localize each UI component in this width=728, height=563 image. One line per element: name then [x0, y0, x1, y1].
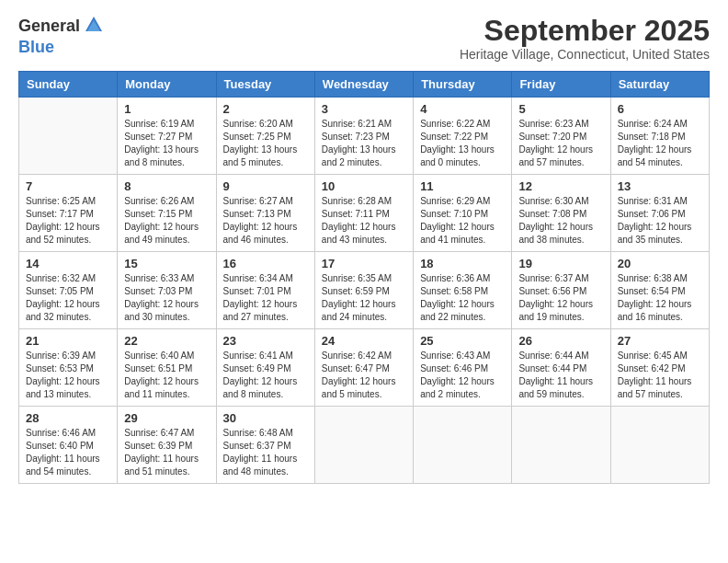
calendar-cell: 3 Sunrise: 6:21 AM Sunset: 7:23 PM Dayli…	[314, 98, 413, 175]
day-info: Sunrise: 6:31 AM Sunset: 7:06 PM Dayligh…	[618, 195, 702, 247]
day-number: 16	[223, 257, 308, 270]
day-info: Sunrise: 6:42 AM Sunset: 6:47 PM Dayligh…	[322, 350, 406, 401]
sunset-text: Sunset: 7:27 PM	[124, 132, 192, 142]
sunrise-text: Sunrise: 6:30 AM	[518, 196, 588, 206]
daylight-text: Daylight: 12 hours and 19 minutes.	[518, 299, 593, 322]
day-info: Sunrise: 6:32 AM Sunset: 7:05 PM Dayligh…	[26, 272, 110, 324]
calendar-cell: 13 Sunrise: 6:31 AM Sunset: 7:06 PM Dayl…	[610, 175, 709, 252]
sunset-text: Sunset: 6:42 PM	[618, 363, 686, 373]
daylight-text: Daylight: 12 hours and 13 minutes.	[26, 376, 100, 399]
sunrise-text: Sunrise: 6:46 AM	[26, 428, 96, 438]
sunrise-text: Sunrise: 6:22 AM	[420, 119, 490, 129]
day-number: 27	[618, 334, 702, 348]
sunrise-text: Sunrise: 6:41 AM	[223, 350, 293, 361]
sunrise-text: Sunrise: 6:28 AM	[322, 196, 392, 206]
sunset-text: Sunset: 6:40 PM	[26, 441, 94, 451]
daylight-text: Daylight: 12 hours and 2 minutes.	[420, 376, 495, 399]
day-info: Sunrise: 6:21 AM Sunset: 7:23 PM Dayligh…	[322, 118, 406, 169]
sunrise-text: Sunrise: 6:25 AM	[26, 196, 96, 206]
logo-blue-text: Blue	[18, 38, 54, 56]
day-number: 6	[618, 102, 702, 116]
logo-icon	[84, 15, 104, 39]
day-number: 10	[322, 179, 406, 193]
calendar-cell: 26 Sunrise: 6:44 AM Sunset: 6:44 PM Dayl…	[512, 329, 610, 407]
sunset-text: Sunset: 7:17 PM	[26, 209, 94, 219]
day-info: Sunrise: 6:38 AM Sunset: 6:54 PM Dayligh…	[618, 272, 702, 324]
daylight-text: Daylight: 11 hours and 51 minutes.	[124, 454, 199, 477]
calendar-cell: 15 Sunrise: 6:33 AM Sunset: 7:03 PM Dayl…	[118, 252, 216, 329]
calendar-cell: 29 Sunrise: 6:47 AM Sunset: 6:39 PM Dayl…	[118, 407, 216, 484]
sunset-text: Sunset: 6:37 PM	[223, 441, 291, 451]
calendar-week-row: 14 Sunrise: 6:32 AM Sunset: 7:05 PM Dayl…	[19, 252, 710, 329]
sunrise-text: Sunrise: 6:48 AM	[223, 428, 293, 438]
sunrise-text: Sunrise: 6:23 AM	[518, 119, 588, 129]
daylight-text: Daylight: 13 hours and 8 minutes.	[124, 144, 199, 167]
sunset-text: Sunset: 6:39 PM	[124, 441, 192, 451]
day-number: 29	[124, 411, 209, 425]
sunrise-text: Sunrise: 6:33 AM	[124, 273, 194, 283]
sunset-text: Sunset: 7:08 PM	[518, 209, 586, 219]
sunset-text: Sunset: 7:22 PM	[420, 132, 488, 142]
day-number: 9	[223, 179, 308, 193]
day-of-week-header: Tuesday	[216, 72, 314, 98]
calendar-cell: 20 Sunrise: 6:38 AM Sunset: 6:54 PM Dayl…	[610, 252, 709, 329]
calendar-week-row: 28 Sunrise: 6:46 AM Sunset: 6:40 PM Dayl…	[19, 407, 710, 484]
day-info: Sunrise: 6:40 AM Sunset: 6:51 PM Dayligh…	[124, 350, 209, 401]
sunset-text: Sunset: 6:46 PM	[420, 363, 488, 373]
day-number: 4	[420, 102, 505, 116]
day-of-week-header: Friday	[512, 72, 610, 98]
day-info: Sunrise: 6:20 AM Sunset: 7:25 PM Dayligh…	[223, 118, 308, 169]
calendar-cell	[19, 98, 118, 175]
day-number: 24	[322, 334, 406, 348]
sunset-text: Sunset: 6:54 PM	[618, 286, 686, 296]
logo: General Blue	[18, 15, 104, 57]
day-number: 12	[518, 179, 603, 193]
day-number: 22	[124, 334, 209, 348]
day-info: Sunrise: 6:45 AM Sunset: 6:42 PM Dayligh…	[618, 350, 702, 401]
day-of-week-header: Monday	[118, 72, 216, 98]
day-info: Sunrise: 6:41 AM Sunset: 6:49 PM Dayligh…	[223, 350, 308, 401]
daylight-text: Daylight: 13 hours and 2 minutes.	[322, 144, 396, 167]
sunset-text: Sunset: 7:23 PM	[322, 132, 390, 142]
sunrise-text: Sunrise: 6:39 AM	[26, 350, 96, 361]
header: General Blue September 2025 Heritage Vil…	[18, 15, 710, 62]
day-info: Sunrise: 6:30 AM Sunset: 7:08 PM Dayligh…	[518, 195, 603, 247]
sunrise-text: Sunrise: 6:21 AM	[322, 119, 392, 129]
sunrise-text: Sunrise: 6:32 AM	[26, 273, 96, 283]
calendar-week-row: 7 Sunrise: 6:25 AM Sunset: 7:17 PM Dayli…	[19, 175, 710, 252]
daylight-text: Daylight: 12 hours and 8 minutes.	[223, 376, 298, 399]
sunrise-text: Sunrise: 6:40 AM	[124, 350, 194, 361]
calendar-cell: 8 Sunrise: 6:26 AM Sunset: 7:15 PM Dayli…	[118, 175, 216, 252]
day-number: 11	[420, 179, 505, 193]
day-info: Sunrise: 6:44 AM Sunset: 6:44 PM Dayligh…	[518, 350, 603, 401]
calendar-cell	[512, 407, 610, 484]
calendar-header-row: SundayMondayTuesdayWednesdayThursdayFrid…	[19, 72, 710, 98]
sunset-text: Sunset: 6:59 PM	[322, 286, 390, 296]
sunrise-text: Sunrise: 6:34 AM	[223, 273, 293, 283]
day-number: 5	[518, 102, 603, 116]
sunrise-text: Sunrise: 6:45 AM	[618, 350, 688, 361]
title-area: September 2025 Heritage Village, Connect…	[460, 15, 710, 62]
day-of-week-header: Wednesday	[314, 72, 413, 98]
calendar-cell: 18 Sunrise: 6:36 AM Sunset: 6:58 PM Dayl…	[414, 252, 512, 329]
sunset-text: Sunset: 7:25 PM	[223, 132, 291, 142]
sunset-text: Sunset: 7:15 PM	[124, 209, 192, 219]
day-number: 20	[618, 257, 702, 270]
day-number: 14	[26, 257, 110, 270]
day-number: 2	[223, 102, 308, 116]
calendar-cell: 1 Sunrise: 6:19 AM Sunset: 7:27 PM Dayli…	[118, 98, 216, 175]
sunrise-text: Sunrise: 6:44 AM	[518, 350, 588, 361]
sunrise-text: Sunrise: 6:37 AM	[518, 273, 588, 283]
day-number: 3	[322, 102, 406, 116]
daylight-text: Daylight: 12 hours and 32 minutes.	[26, 299, 100, 322]
day-info: Sunrise: 6:39 AM Sunset: 6:53 PM Dayligh…	[26, 350, 110, 401]
calendar-cell: 2 Sunrise: 6:20 AM Sunset: 7:25 PM Dayli…	[216, 98, 314, 175]
calendar-cell: 12 Sunrise: 6:30 AM Sunset: 7:08 PM Dayl…	[512, 175, 610, 252]
sunrise-text: Sunrise: 6:36 AM	[420, 273, 490, 283]
calendar-cell: 14 Sunrise: 6:32 AM Sunset: 7:05 PM Dayl…	[19, 252, 118, 329]
calendar-cell: 21 Sunrise: 6:39 AM Sunset: 6:53 PM Dayl…	[19, 329, 118, 407]
calendar-cell: 10 Sunrise: 6:28 AM Sunset: 7:11 PM Dayl…	[314, 175, 413, 252]
daylight-text: Daylight: 13 hours and 5 minutes.	[223, 144, 298, 167]
calendar-cell: 30 Sunrise: 6:48 AM Sunset: 6:37 PM Dayl…	[216, 407, 314, 484]
day-number: 25	[420, 334, 505, 348]
